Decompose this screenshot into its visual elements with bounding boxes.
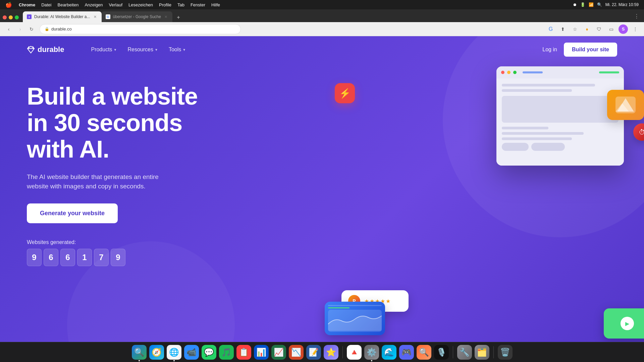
- map-svg: [328, 310, 382, 332]
- address-input[interactable]: 🔒 durable.co: [40, 24, 241, 34]
- dock-separator-3: [493, 346, 494, 358]
- mockup-row-2: [502, 89, 572, 92]
- dock-finder[interactable]: 🔍: [132, 345, 147, 360]
- bookmark-icon[interactable]: ☆: [570, 24, 580, 34]
- tab-bar: ♦ Durable: AI Website Builder a... ✕ G ü…: [0, 9, 644, 22]
- forward-button[interactable]: ›: [15, 24, 25, 34]
- tab-label-durable: Durable: AI Website Builder a...: [34, 14, 90, 19]
- nav-buttons: ‹ › ↻: [4, 24, 36, 34]
- address-right-icons: G ⬆ ☆ ♦ 🛡 ▭ S ⋮: [546, 24, 640, 34]
- tab-label-google: übersetzer - Google Suche: [113, 14, 161, 19]
- dock-toolbox2[interactable]: 🗂️: [475, 345, 489, 360]
- build-site-button[interactable]: Build your site: [564, 43, 617, 57]
- mockup-content: [496, 78, 624, 166]
- dock-trash[interactable]: 🗑️: [498, 345, 513, 360]
- nav-products[interactable]: Products ▼: [91, 47, 117, 53]
- maximize-window-button[interactable]: [15, 15, 19, 19]
- dock-find-my[interactable]: 🔍: [417, 345, 431, 360]
- dock-whatsapp[interactable]: 💬: [202, 345, 216, 360]
- menu-bearbeiten[interactable]: Bearbeiten: [57, 2, 78, 7]
- back-button[interactable]: ‹: [4, 24, 13, 34]
- menu-chrome[interactable]: Chrome: [19, 2, 35, 7]
- menu-verlauf[interactable]: Verlauf: [109, 2, 122, 7]
- image-card: [607, 90, 644, 120]
- hero-title: Build a website in 30 seconds with AI.: [27, 83, 352, 163]
- menu-lesezeichen[interactable]: Lesezeichen: [128, 2, 153, 7]
- dock-toolbox1[interactable]: 🔧: [457, 345, 472, 360]
- mockup-bars: [523, 71, 543, 73]
- dock-arc[interactable]: 🌊: [382, 345, 396, 360]
- dock-chrome[interactable]: 🌐: [167, 345, 181, 360]
- tab-google[interactable]: G übersetzer - Google Suche ✕: [102, 11, 172, 22]
- menu-tab[interactable]: Tab: [177, 2, 184, 7]
- share-icon[interactable]: ⬆: [558, 24, 568, 34]
- dock-zoom[interactable]: 📹: [184, 345, 199, 360]
- mockup-dot-red: [501, 71, 504, 74]
- tab-close-durable[interactable]: ✕: [93, 14, 98, 19]
- map-content: [328, 310, 382, 332]
- menu-anzeigen[interactable]: Anzeigen: [85, 2, 103, 7]
- site-logo[interactable]: durable: [27, 45, 64, 54]
- datetime: Mi. 22. März 10:59: [605, 2, 639, 7]
- wifi-icon: 📶: [589, 2, 594, 7]
- new-tab-button[interactable]: +: [174, 13, 183, 22]
- tools-chevron-icon: ▼: [182, 48, 186, 52]
- nav-tools[interactable]: Tools ▼: [169, 47, 186, 53]
- menu-datei[interactable]: Datei: [41, 2, 51, 7]
- tab-list-button[interactable]: ⋮: [632, 11, 641, 21]
- map-bar-colored: [328, 307, 350, 308]
- lightning-badge: ⚡: [335, 83, 355, 103]
- mockup-btn-2: [531, 143, 565, 151]
- reload-button[interactable]: ↻: [27, 24, 36, 34]
- dock-trello[interactable]: 📊: [254, 345, 269, 360]
- google-account-icon[interactable]: G: [546, 24, 555, 34]
- dock-discord[interactable]: 🎮: [399, 345, 414, 360]
- mockup-bar-nav: [523, 71, 543, 73]
- apple-icon[interactable]: 🍎: [5, 2, 12, 8]
- nav-resources[interactable]: Resources ▼: [128, 47, 158, 53]
- shield-extension-icon[interactable]: 🛡: [594, 24, 604, 34]
- dock-separator-1: [342, 346, 343, 358]
- map-card: [325, 302, 385, 335]
- digit-5: 9: [111, 249, 125, 266]
- close-window-button[interactable]: [3, 15, 7, 19]
- menu-fenster[interactable]: Fenster: [191, 2, 205, 7]
- digit-2: 6: [60, 249, 75, 266]
- dock-notchmeister[interactable]: ⭐: [324, 345, 338, 360]
- address-text: durable.co: [51, 26, 72, 32]
- more-options-icon[interactable]: ⋮: [631, 24, 640, 34]
- mockup-row-5: [502, 137, 572, 140]
- tab-durable[interactable]: ♦ Durable: AI Website Builder a... ✕: [23, 11, 102, 22]
- hero-illustration: ⚡: [352, 70, 617, 342]
- dock-google-drive[interactable]: 🔺: [347, 345, 362, 360]
- extension-icon[interactable]: ♦: [582, 24, 592, 34]
- dock-word[interactable]: 📝: [306, 345, 321, 360]
- dock-spotify[interactable]: 🎵: [219, 345, 234, 360]
- mockup-row-4: [502, 132, 584, 135]
- menu-profile[interactable]: Profile: [159, 2, 171, 7]
- generate-website-button[interactable]: Generate your website: [27, 203, 118, 223]
- profile-avatar[interactable]: S: [619, 24, 628, 34]
- dock-stack[interactable]: 📋: [236, 345, 251, 360]
- dock-chrome-dot: [173, 360, 175, 361]
- dock-finder-dot: [139, 360, 140, 361]
- dock-separator-2: [453, 346, 453, 358]
- battery-icon: 🔋: [580, 2, 585, 7]
- hero-title-line3: with AI.: [27, 136, 109, 163]
- mockup-row-1: [502, 84, 595, 86]
- dock-excel[interactable]: 📈: [271, 345, 286, 360]
- mockup-row-3: [502, 127, 548, 129]
- sidebar-toggle-icon[interactable]: ▭: [606, 24, 616, 34]
- minimize-window-button[interactable]: [9, 15, 13, 19]
- dock-safari[interactable]: 🧭: [149, 345, 164, 360]
- mockup-buttons: [502, 143, 619, 151]
- menu-hilfe[interactable]: Hilfe: [211, 2, 220, 7]
- spotlight-icon[interactable]: 🔍: [597, 2, 602, 7]
- login-button[interactable]: Log in: [542, 47, 557, 53]
- dock-music-viz[interactable]: 🎙️: [434, 345, 449, 360]
- hero-subtitle: The AI website builder that generates an…: [27, 172, 174, 191]
- tab-close-google[interactable]: ✕: [164, 14, 168, 19]
- play-button[interactable]: ▶: [621, 317, 634, 330]
- dock-system-prefs[interactable]: ⚙️: [364, 345, 379, 360]
- dock-powerpoint[interactable]: 📉: [289, 345, 304, 360]
